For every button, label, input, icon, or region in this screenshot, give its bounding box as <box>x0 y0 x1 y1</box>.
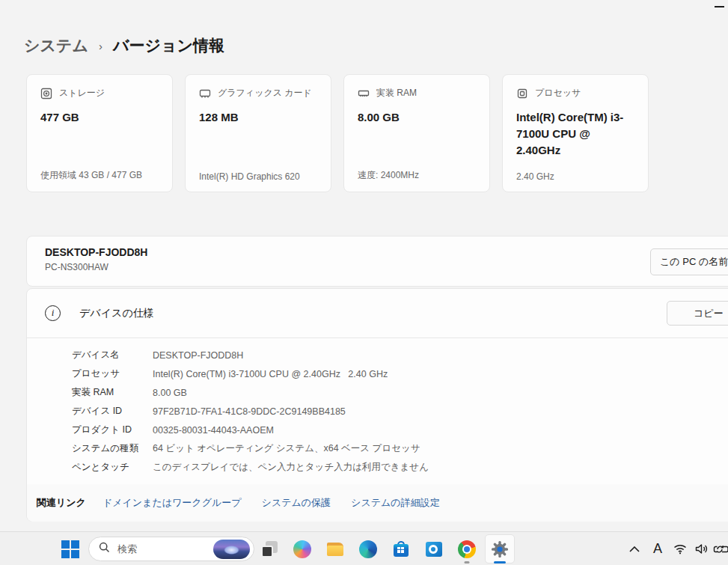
spec-value: 8.00 GB <box>153 388 187 398</box>
spec-value: このディスプレイでは、ペン入力とタッチ入力は利用できません <box>153 461 429 474</box>
table-row: プロダクト ID 00325-80031-44043-AAOEM <box>72 421 429 439</box>
spec-value: 97F2B71D-7FA1-41C8-9DDC-2C9149BB4185 <box>153 406 346 417</box>
table-row: プロセッサ Intel(R) Core(TM) i3-7100U CPU @ 2… <box>72 364 429 383</box>
spec-label: ペンとタッチ <box>72 461 153 474</box>
breadcrumb-chevron-icon: › <box>99 40 103 52</box>
card-value: 477 GB <box>40 109 159 126</box>
ram-icon <box>358 88 370 100</box>
card-label: 実装 RAM <box>376 87 417 100</box>
spec-label: システムの種類 <box>72 442 153 455</box>
card-value: 128 MB <box>199 109 317 126</box>
info-icon: i <box>45 305 61 321</box>
task-view-icon <box>260 540 278 558</box>
spec-label: デバイス名 <box>72 349 153 361</box>
spec-value: 64 ビット オペレーティング システム、x64 ベース プロセッサ <box>153 442 420 455</box>
card-caption: 使用領域 43 GB / 477 GB <box>40 169 142 182</box>
page-title: バージョン情報 <box>113 35 224 56</box>
settings-button[interactable] <box>483 532 516 565</box>
device-specs-table: デバイス名 DESKTOP-FJODD8H プロセッサ Intel(R) Cor… <box>72 346 429 477</box>
storage-icon <box>40 88 52 100</box>
related-links-row: 関連リンク ドメインまたはワークグループ システムの保護 システムの詳細設定 <box>27 484 728 522</box>
spec-label: プロセッサ <box>72 367 153 380</box>
ram-card: 実装 RAM 8.00 GB 速度: 2400MHz <box>343 74 490 192</box>
card-value: Intel(R) Core(TM) i3-7100U CPU @ 2.40GHz <box>516 109 634 158</box>
device-specs-card: i デバイスの仕様 コピー デバイス名 DESKTOP-FJODD8H プロセッ… <box>26 288 728 522</box>
spec-value: DESKTOP-FJODD8H <box>153 350 243 361</box>
task-view-button[interactable] <box>254 532 284 565</box>
divider <box>27 338 728 338</box>
chrome-running-indicator <box>465 561 470 564</box>
table-row: システムの種類 64 ビット オペレーティング システム、x64 ベース プロセ… <box>72 439 429 458</box>
related-links-label: 関連リンク <box>37 496 86 510</box>
taskbar-search[interactable] <box>88 537 254 561</box>
device-name: DESKTOP-FJODD8H <box>45 246 147 258</box>
search-highlight-image[interactable] <box>213 540 250 559</box>
card-caption: 速度: 2400MHz <box>358 169 419 182</box>
search-input[interactable] <box>117 543 207 555</box>
spec-label: プロダクト ID <box>72 424 153 436</box>
windows-logo-icon <box>61 540 79 558</box>
volume-icon[interactable] <box>691 532 711 565</box>
graphics-card: グラフィックス カード 128 MB Intel(R) HD Graphics … <box>185 74 331 192</box>
spec-label: 実装 RAM <box>72 386 153 399</box>
gpu-icon <box>199 88 211 100</box>
link-advanced-system-settings[interactable]: システムの詳細設定 <box>351 496 440 510</box>
table-row: デバイス名 DESKTOP-FJODD8H <box>72 346 429 364</box>
file-explorer-button[interactable] <box>320 532 350 565</box>
card-value: 8.00 GB <box>358 109 476 126</box>
outlook-button[interactable] <box>419 532 449 565</box>
edge-icon <box>359 540 377 558</box>
spec-value: Intel(R) Core(TM) i3-7100U CPU @ 2.40GHz… <box>153 369 388 379</box>
rename-pc-button[interactable]: この PC の名前を <box>650 248 728 275</box>
copilot-button[interactable] <box>287 532 317 565</box>
cpu-icon <box>516 88 528 100</box>
spec-label: デバイス ID <box>72 405 153 418</box>
taskbar: A <box>0 531 728 565</box>
card-caption: Intel(R) HD Graphics 620 <box>199 171 300 182</box>
breadcrumb: システム › バージョン情報 <box>24 35 224 56</box>
chrome-button[interactable] <box>452 532 482 565</box>
table-row: デバイス ID 97F2B71D-7FA1-41C8-9DDC-2C9149BB… <box>72 402 429 421</box>
start-button[interactable] <box>60 532 81 565</box>
card-caption: 2.40 GHz <box>516 171 554 182</box>
copilot-icon <box>293 540 311 558</box>
search-icon <box>99 542 110 556</box>
chrome-icon <box>458 540 476 558</box>
file-explorer-icon <box>326 540 344 558</box>
ime-mode-indicator[interactable]: A <box>648 532 667 565</box>
settings-active-indicator <box>494 561 506 564</box>
card-label: グラフィックス カード <box>218 87 312 100</box>
processor-card: プロセッサ Intel(R) Core(TM) i3-7100U CPU @ 2… <box>502 74 649 192</box>
card-label: ストレージ <box>59 87 105 100</box>
device-name-card: DESKTOP-FJODD8H PC-NS300HAW この PC の名前を <box>26 236 728 287</box>
hidden-icons-chevron[interactable] <box>625 532 644 565</box>
device-model: PC-NS300HAW <box>45 262 108 272</box>
battery-icon[interactable] <box>712 532 728 565</box>
copy-button[interactable]: コピー <box>667 301 728 326</box>
wifi-icon[interactable] <box>670 532 690 565</box>
card-label: プロセッサ <box>535 87 581 100</box>
storage-card: ストレージ 477 GB 使用領域 43 GB / 477 GB <box>26 74 173 192</box>
device-specs-expander[interactable]: i デバイスの仕様 <box>27 289 728 338</box>
link-system-protection[interactable]: システムの保護 <box>262 496 331 510</box>
settings-gear-icon <box>491 540 509 558</box>
device-specs-title: デバイスの仕様 <box>79 307 154 320</box>
breadcrumb-system[interactable]: システム <box>24 35 88 56</box>
outlook-icon <box>425 540 443 558</box>
table-row: ペンとタッチ このディスプレイでは、ペン入力とタッチ入力は利用できません <box>72 458 429 477</box>
link-domain-or-workgroup[interactable]: ドメインまたはワークグループ <box>103 496 242 510</box>
edge-button[interactable] <box>353 532 383 565</box>
microsoft-store-icon <box>392 540 410 558</box>
table-row: 実装 RAM 8.00 GB <box>72 383 429 402</box>
spec-value: 00325-80031-44043-AAOEM <box>153 425 274 436</box>
microsoft-store-button[interactable] <box>386 532 416 565</box>
minimize-button[interactable] <box>715 6 724 7</box>
